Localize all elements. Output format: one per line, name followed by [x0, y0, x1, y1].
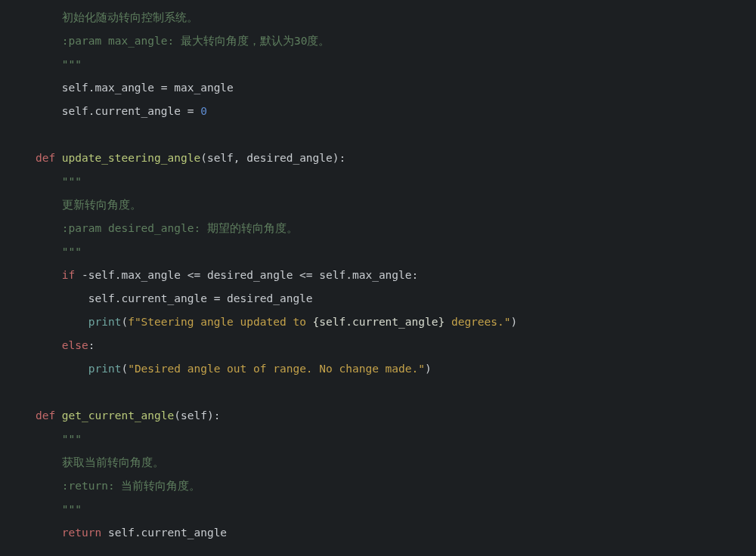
- docstring-line: 获取当前转向角度。: [62, 456, 164, 468]
- indent: [9, 11, 62, 23]
- code-block: 初始化随动转向控制系统。 :param max_angle: 最大转向角度，默认…: [9, 6, 517, 545]
- docstring-line: :param max_angle: 最大转向角度，默认为30度。: [62, 35, 330, 47]
- code-line: self.current_angle =: [62, 105, 200, 117]
- close-paren: ): [511, 316, 518, 328]
- keyword-def: def: [36, 409, 55, 422]
- indent: [9, 409, 36, 422]
- builtin-print: print: [88, 316, 122, 328]
- open-paren: (: [121, 363, 128, 375]
- docstring-open: """: [62, 433, 82, 445]
- keyword-return: return: [62, 527, 101, 539]
- indent: [9, 269, 62, 281]
- indent: [9, 363, 88, 375]
- indent: [9, 35, 62, 47]
- indent: [9, 292, 88, 304]
- indent: [9, 152, 36, 164]
- indent: [9, 82, 62, 94]
- if-condition: -self.max_angle <= desired_angle <= self…: [75, 269, 418, 281]
- docstring-open: """: [62, 175, 82, 187]
- builtin-print: print: [88, 363, 122, 375]
- colon: :: [88, 339, 95, 351]
- function-signature: (self):: [174, 409, 220, 422]
- keyword-else: else: [62, 339, 88, 351]
- string-literal: degrees.": [445, 316, 510, 328]
- indent: [9, 480, 62, 492]
- close-paren: ): [425, 363, 432, 375]
- fstring-interp: {self.current_angle}: [313, 316, 445, 328]
- docstring-line: :param desired_angle: 期望的转向角度。: [62, 222, 298, 234]
- function-name: get_current_angle: [62, 409, 174, 422]
- code-editor-viewport[interactable]: 初始化随动转向控制系统。 :param max_angle: 最大转向角度，默认…: [9, 6, 517, 545]
- docstring-close: """: [62, 58, 82, 70]
- docstring-line: 初始化随动转向控制系统。: [62, 11, 198, 23]
- indent: [9, 527, 62, 539]
- return-expr: self.current_angle: [101, 527, 227, 539]
- code-line: self.max_angle = max_angle: [62, 82, 234, 94]
- docstring-line: :return: 当前转向角度。: [62, 480, 201, 492]
- indent: [9, 199, 62, 211]
- function-signature: (self, desired_angle):: [200, 152, 345, 164]
- keyword-if: if: [62, 269, 75, 281]
- indent: [9, 433, 62, 445]
- code-line: self.current_angle = desired_angle: [88, 292, 313, 304]
- docstring-close: """: [62, 246, 82, 258]
- function-name: update_steering_angle: [62, 152, 200, 164]
- indent: [9, 58, 62, 70]
- open-paren: (: [121, 316, 128, 328]
- docstring-close: """: [62, 503, 82, 515]
- indent: [9, 316, 88, 328]
- indent: [9, 175, 62, 187]
- indent: [9, 503, 62, 515]
- keyword-def: def: [36, 152, 55, 164]
- string-literal: "Steering angle updated to: [135, 316, 313, 328]
- indent: [9, 456, 62, 468]
- number-literal: 0: [200, 105, 207, 117]
- indent: [9, 339, 62, 351]
- docstring-line: 更新转向角度。: [62, 199, 141, 211]
- string-literal: "Desired angle out of range. No change m…: [128, 363, 425, 375]
- fstring-prefix: f: [128, 316, 135, 328]
- indent: [9, 246, 62, 258]
- indent: [9, 105, 62, 117]
- indent: [9, 222, 62, 234]
